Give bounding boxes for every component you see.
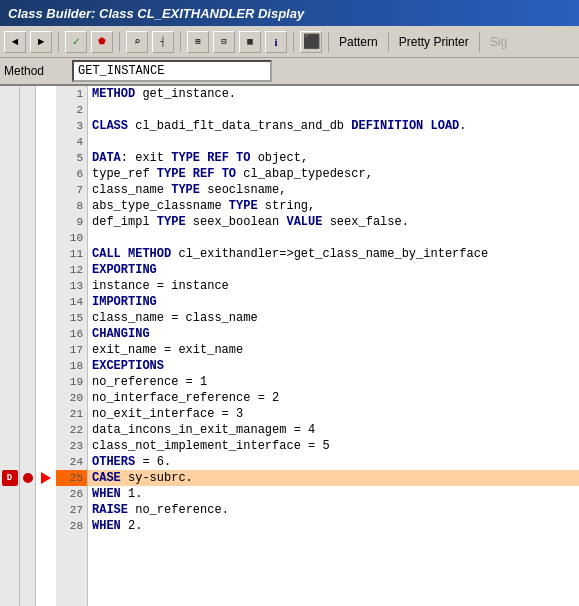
stop-button[interactable]: ⬛ [300,31,322,53]
forward-button[interactable]: ► [30,31,52,53]
table-row: CASE sy-subrc. [88,470,579,486]
table-row: WHEN 1. [88,486,579,502]
method-bar: Method [0,58,579,86]
layout-button[interactable]: ▦ [239,31,261,53]
table-row: type_ref TYPE REF TO cl_abap_typedescr, [88,166,579,182]
table-row: instance = instance [88,278,579,294]
table-row: CALL METHOD cl_exithandler=>get_class_na… [88,246,579,262]
table-row: no_interface_reference = 2 [88,390,579,406]
arrow-icon [41,472,51,484]
debug-icon-cell: D [0,470,19,486]
table-row: CLASS cl_badi_flt_data_trans_and_db DEFI… [88,118,579,134]
title-text: Class Builder: Class CL_EXITHANDLER Disp… [8,6,304,21]
indent-button[interactable]: ┤ [152,31,174,53]
bp-dot [23,473,33,483]
table-row: class_name TYPE seoclsname, [88,182,579,198]
check-button[interactable]: ✓ [65,31,87,53]
table-row [88,102,579,118]
table-row: OTHERS = 6. [88,454,579,470]
arrow-column [36,86,56,606]
table-row: def_impl TYPE seex_boolean VALUE seex_fa… [88,214,579,230]
table-row: CHANGING [88,326,579,342]
debug-icon: D [2,470,18,486]
table-row: EXCEPTIONS [88,358,579,374]
table-row: METHOD get_instance. [88,86,579,102]
method-label: Method [4,64,64,78]
current-line-arrow [36,470,56,486]
back-button[interactable]: ◄ [4,31,26,53]
tree-button[interactable]: ⊟ [213,31,235,53]
table-row: class_not_implement_interface = 5 [88,438,579,454]
table-row: class_name = class_name [88,310,579,326]
table-row: abs_type_classname TYPE string, [88,198,579,214]
pattern-label[interactable]: Pattern [335,35,382,49]
table-row: data_incons_in_exit_managem = 4 [88,422,579,438]
title-bar: Class Builder: Class CL_EXITHANDLER Disp… [0,0,579,26]
bp-column [20,86,36,606]
table-row: DATA: exit TYPE REF TO object, [88,150,579,166]
breakpoint-25[interactable] [20,470,35,486]
code-container: D [0,86,579,606]
method-input[interactable] [72,60,272,82]
table-row: WHEN 2. [88,518,579,534]
table-row [88,134,579,150]
sign-label[interactable]: Sig [486,35,511,49]
line-numbers: 1 2 3 4 5 6 7 8 9 10 11 12 13 14 15 16 1… [56,86,88,606]
table-row: no_reference = 1 [88,374,579,390]
code-editor[interactable]: METHOD get_instance. CLASS cl_badi_flt_d… [88,86,579,606]
table-row: no_exit_interface = 3 [88,406,579,422]
debug-column: D [0,86,20,606]
table-row: EXPORTING [88,262,579,278]
pretty-printer-label[interactable]: Pretty Printer [395,35,473,49]
activate-button[interactable]: ⬟ [91,31,113,53]
table-row: exit_name = exit_name [88,342,579,358]
find-button[interactable]: ⌕ [126,31,148,53]
toolbar: ◄ ► ✓ ⬟ ⌕ ┤ ⊞ ⊟ ▦ i ⬛ Pattern Pretty Pri… [0,26,579,58]
table-row: RAISE no_reference. [88,502,579,518]
hierarchy-button[interactable]: ⊞ [187,31,209,53]
table-row [88,230,579,246]
info-button[interactable]: i [265,31,287,53]
table-row: IMPORTING [88,294,579,310]
